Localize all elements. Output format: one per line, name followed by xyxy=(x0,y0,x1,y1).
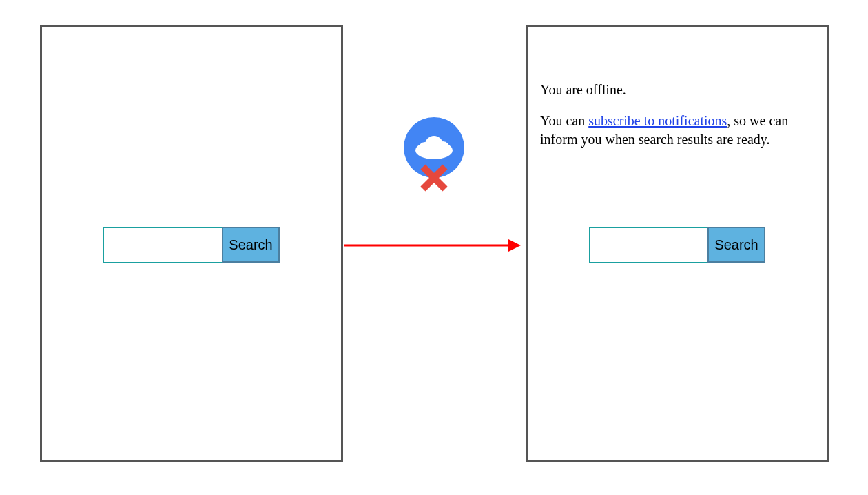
subscribe-link[interactable]: subscribe to notifications xyxy=(588,113,727,128)
svg-marker-1 xyxy=(508,239,521,252)
search-group-right: Search xyxy=(589,227,765,263)
offline-subscribe-line: You can subscribe to notifications, so w… xyxy=(540,112,814,149)
panel-before: Search xyxy=(40,25,343,462)
panel-after: You are offline. You can subscribe to no… xyxy=(526,25,829,462)
search-button[interactable]: Search xyxy=(707,227,765,263)
search-group-left: Search xyxy=(103,227,280,263)
offline-heading: You are offline. xyxy=(540,81,814,99)
search-input[interactable] xyxy=(103,227,222,263)
offline-message: You are offline. You can subscribe to no… xyxy=(540,81,814,161)
offline-msg-prefix: You can xyxy=(540,113,588,128)
search-input[interactable] xyxy=(589,227,707,263)
cloud-offline-icon xyxy=(402,117,468,194)
svg-point-6 xyxy=(436,141,450,155)
arrow-right-icon xyxy=(343,237,522,254)
search-button[interactable]: Search xyxy=(222,227,280,263)
